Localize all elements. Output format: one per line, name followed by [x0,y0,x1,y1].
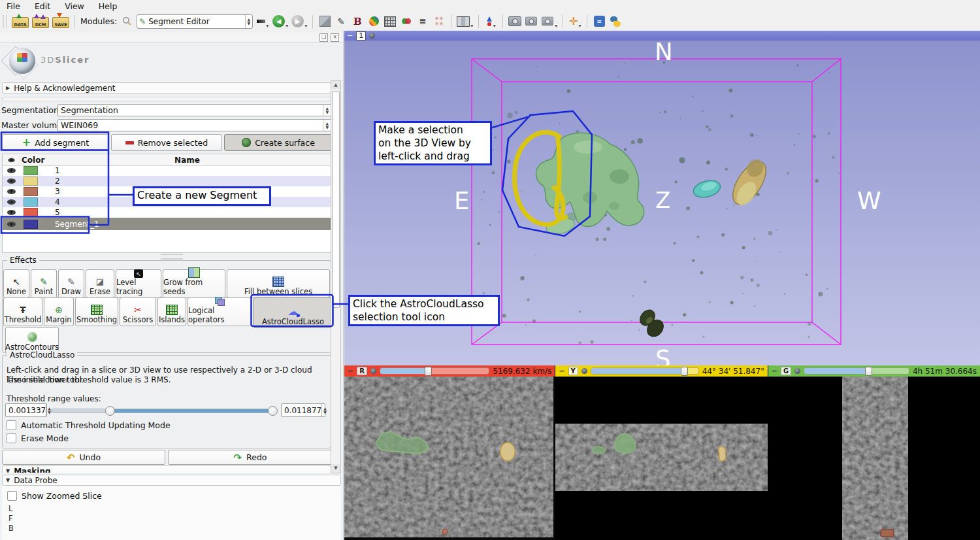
slider-handle-min[interactable] [105,406,115,416]
scene-view-capture-button[interactable] [525,14,538,29]
effect-none-button[interactable]: ↖None [3,269,29,298]
create-surface-button[interactable]: Create surface [224,134,333,151]
markups-place-button[interactable]: ▾ [484,14,497,29]
module-history-eraser-icon[interactable]: ▾ [256,14,269,29]
show-zoomed-slice-checkbox[interactable] [7,491,17,501]
segment-row[interactable]: 5 [3,207,331,218]
volume-rendering-icon[interactable] [318,14,331,29]
python-console-button[interactable] [609,14,622,29]
segment-row[interactable]: 2 [3,176,331,186]
save-button[interactable]: SAVE [52,14,69,29]
effect-erase-button[interactable]: ◪Erase [86,269,114,298]
segmentation-selector[interactable]: Segmentation ▲▼ [57,104,332,116]
scroll-up-arrow[interactable]: ▲ [331,81,340,90]
panel-scrollbar[interactable]: ▲ ▼ [331,80,341,473]
subject-hierarchy-icon[interactable]: ≣ [416,14,429,29]
panel-splitter-handle[interactable] [161,254,183,260]
slice-pin-icon[interactable] [581,368,587,374]
slice-view-yellow[interactable]: − Y 44° 34' 51.847" [555,365,767,540]
effect-paint-button[interactable]: ✎Paint [31,269,57,298]
eye-icon[interactable] [7,189,16,194]
yellow-slice-slider[interactable] [591,367,699,375]
eye-icon[interactable] [7,210,16,215]
crosshair-button[interactable]: ✛▾ [568,14,581,29]
masking-section-clipped[interactable]: ▼ Masking [2,465,331,473]
annotate-pen-icon[interactable]: ✎ [335,14,348,29]
load-data-button[interactable]: DATA [12,14,29,29]
color-swatch[interactable] [24,166,38,175]
redo-button[interactable]: ↷ Redo [168,450,333,465]
segment-row-selected[interactable]: Segment_1 [3,218,331,230]
models-module-icon[interactable] [400,14,413,29]
color-swatch[interactable] [24,220,38,229]
help-acknowledgement-bar[interactable]: ▶ Help & Acknowledgement [2,82,331,93]
red-slice-viewport[interactable] [344,377,555,540]
module-forward-button[interactable]: ▶▾ [291,14,307,29]
effect-scissors-button[interactable]: ✂Scissors [120,297,156,326]
effect-astrocloudlasso-button[interactable]: ☁AstroCloudLasso [253,297,333,328]
erase-mode-checkbox[interactable] [7,433,16,443]
effect-level-tracing-button[interactable]: ↖Level tracing [116,269,161,298]
beta-module-icon[interactable]: B [351,14,364,29]
effect-draw-button[interactable]: ✎Draw [58,269,84,298]
toolbar-drag-handle[interactable] [3,15,7,28]
slice-pin-icon[interactable] [370,368,376,374]
green-slice-viewport[interactable] [768,377,980,540]
undock-panel-icon[interactable]: ❏ [319,33,328,42]
segment-row[interactable]: 1 [3,165,331,176]
threshold-min-spinbox[interactable]: 0.001337 ▲▼ [5,403,47,417]
slice-minimize-button[interactable]: − [559,367,564,375]
yellow-slice-viewport[interactable] [555,377,767,540]
slice-minimize-button[interactable]: − [772,367,777,375]
color-swatch[interactable] [24,187,38,196]
menu-help[interactable]: Help [99,1,118,11]
color-swatch[interactable] [24,208,38,217]
add-segment-button[interactable]: + Add segment [2,134,109,151]
eye-icon[interactable] [7,178,16,184]
red-slice-slider[interactable] [380,367,489,375]
threshold-range-slider[interactable] [51,409,277,413]
module-back-button[interactable]: ◀▾ [272,14,288,29]
green-slice-slider[interactable] [804,367,909,375]
undo-button[interactable]: ↶ Undo [2,450,165,465]
eye-icon[interactable] [7,222,16,227]
slice-view-green[interactable]: − G 4h 51m 30.664s [768,365,980,540]
extensions-manager-button[interactable]: ≡ [593,14,606,29]
module-search-icon[interactable] [120,14,133,29]
load-dicom-button[interactable]: DCM [32,14,49,29]
color-swatch[interactable] [24,177,38,186]
menu-view[interactable]: View [65,1,84,11]
scene-view-restore-button[interactable]: ▾ [541,14,557,29]
effect-smoothing-button[interactable]: Smoothing [75,297,118,326]
color-swatch[interactable] [24,197,38,207]
view-minimize-button[interactable]: − [347,31,353,40]
master-volume-selector[interactable]: WEIN069 ▲▼ [57,119,332,131]
tables-module-icon[interactable] [384,14,397,29]
effect-grow-from-seeds-button[interactable]: Grow from seeds [163,269,225,298]
effect-margin-button[interactable]: ⊕Margin [44,297,74,326]
module-selector[interactable]: ✎ Segment Editor ▲▼ [137,14,253,29]
eye-icon[interactable] [7,168,16,173]
effect-fill-between-slices-button[interactable]: Fill between slices [227,269,330,298]
effect-threshold-button[interactable]: ŦThreshold [3,297,42,326]
scroll-down-arrow[interactable]: ▼ [331,464,340,473]
auto-threshold-checkbox[interactable] [7,420,16,430]
eye-icon[interactable] [7,199,16,205]
scroll-thumb[interactable] [332,91,340,308]
menu-edit[interactable]: Edit [35,1,50,11]
layout-selector-button[interactable]: ▾ [457,14,473,29]
data-probe-bar[interactable]: ▼ Data Probe [2,475,341,486]
remove-selected-button[interactable]: Remove selected [111,134,222,151]
slice-pin-icon[interactable] [794,368,800,374]
effect-logical-operators-button[interactable]: Logical operators [188,297,252,326]
slice-view-red[interactable]: − R 5169.632 km/s [344,365,555,540]
close-panel-icon[interactable]: × [331,33,339,42]
slider-handle-max[interactable] [268,406,278,416]
effect-astrocontours-button[interactable]: AstroContours [5,327,59,354]
menu-file[interactable]: File [7,1,20,11]
view-pin-icon[interactable] [369,33,375,39]
astro-sample-data-icon[interactable]: ✳✳✳✳ [433,14,446,29]
effect-islands-button[interactable]: Islands [157,297,186,326]
screenshot-button[interactable] [508,14,521,29]
slice-minimize-button[interactable]: − [348,367,353,375]
